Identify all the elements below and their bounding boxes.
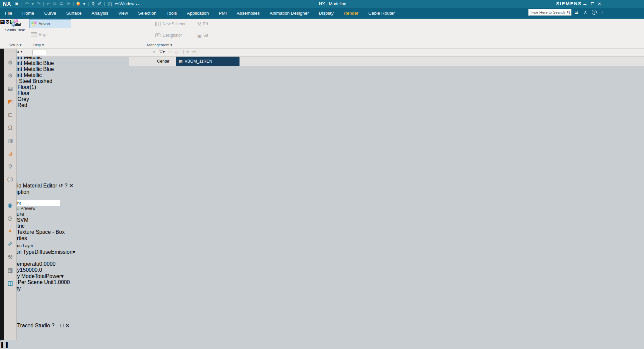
rt-minimize-icon[interactable]: – bbox=[56, 323, 59, 328]
edit-button[interactable]: ⚒ Ed bbox=[196, 19, 210, 28]
rt-close-icon[interactable]: ✕ bbox=[65, 323, 70, 328]
copy-icon[interactable]: ⧉ bbox=[53, 0, 56, 8]
field-value[interactable]: 1.0000 bbox=[54, 279, 70, 285]
tab-pmi[interactable]: PMI bbox=[214, 8, 232, 19]
tab-cable-router[interactable]: Cable Router bbox=[363, 8, 400, 19]
structure-item-base-svm[interactable]: Base - SVM bbox=[0, 217, 644, 223]
rt-help-icon[interactable]: ? bbox=[52, 323, 55, 328]
command-search[interactable]: ⚲ bbox=[528, 9, 571, 16]
hide-object-icon[interactable]: Ø bbox=[0, 145, 644, 151]
repaint-icon[interactable]: ✐ bbox=[98, 0, 101, 8]
studio-task-button[interactable]: Studio Task bbox=[4, 19, 26, 43]
cancel-button[interactable]: Cancel bbox=[0, 304, 644, 310]
redo-icon[interactable]: ↷ bbox=[37, 0, 40, 8]
tab-curve[interactable]: Curve bbox=[39, 8, 61, 19]
notification-bell-icon[interactable]: Ω bbox=[6, 124, 15, 132]
setup-group-label[interactable]: Setup ▾ bbox=[4, 43, 26, 47]
window-menu[interactable]: Window ▾ ▾ bbox=[119, 2, 140, 6]
selection-scope-box[interactable] bbox=[32, 50, 47, 55]
scene-image-icon[interactable]: ▦ bbox=[6, 266, 15, 275]
advanced-studio-button[interactable]: Advan bbox=[29, 19, 71, 28]
tab-active-part[interactable]: VBOM_11REN bbox=[176, 57, 240, 66]
customer-defaults-icon[interactable]: ⚙ bbox=[6, 72, 15, 80]
tab-analysis[interactable]: Analysis bbox=[86, 8, 113, 19]
start-render-button[interactable]: ▶ bbox=[0, 335, 644, 341]
minimize-button[interactable] bbox=[581, 0, 588, 8]
save-scheme-button[interactable]: ▣ Sa bbox=[196, 31, 210, 40]
fixture-icon[interactable]: ⊏ bbox=[6, 111, 15, 119]
close-button[interactable]: ✕ bbox=[596, 0, 603, 8]
replay-icon[interactable]: ◴ bbox=[0, 176, 644, 182]
help-icon[interactable]: ? bbox=[592, 10, 597, 15]
properties-section-header[interactable]: ▾Properties bbox=[0, 235, 644, 241]
display-group-label[interactable]: Disp ▾ bbox=[33, 43, 60, 47]
material-carpet-floor-1-[interactable]: Carpet Floor(1) bbox=[0, 84, 644, 90]
tab-home[interactable]: Home bbox=[17, 8, 39, 19]
paste-icon[interactable]: ▤ bbox=[59, 0, 63, 8]
new-scheme-button[interactable]: New Scheme bbox=[154, 19, 188, 28]
field-value[interactable]: 150000.0 bbox=[20, 267, 42, 273]
view-style-dropdown-icon[interactable]: ▾ bbox=[83, 0, 85, 8]
ray-traced-titlebar[interactable]: ⚙ Ray Traced Studio ? – □ ✕ bbox=[0, 322, 644, 329]
field-dropdown[interactable]: DiffuseEmission▾ bbox=[35, 249, 75, 255]
material-car-paint-metallic-blue[interactable]: Car Paint Metallic Blue bbox=[0, 66, 644, 72]
toolbox-icon[interactable]: ⚒ bbox=[6, 253, 15, 262]
opacity-section-header[interactable]: ▾Opacity bbox=[0, 285, 644, 292]
reset-icon[interactable]: ↺ bbox=[59, 183, 63, 188]
graphics-viewport[interactable]: Z Y X bbox=[0, 115, 644, 133]
material-carpet-floor[interactable]: Carpet Floor bbox=[0, 90, 644, 96]
tab-tools[interactable]: Tools bbox=[161, 8, 182, 19]
save-icon[interactable]: ▣ bbox=[15, 0, 19, 8]
link-icon[interactable]: ⚭ bbox=[152, 49, 156, 54]
tab-display[interactable]: Display bbox=[314, 8, 339, 19]
tab-selection[interactable]: Selection bbox=[133, 8, 162, 19]
info-icon[interactable]: ⓘ bbox=[6, 175, 15, 184]
ray-traced-studio-button[interactable]: Ray T bbox=[29, 30, 71, 39]
select-face-icon[interactable]: ◇ bbox=[175, 49, 178, 54]
edit-object-icon[interactable]: ◧ bbox=[0, 151, 644, 157]
alerts-icon[interactable]: ! bbox=[601, 9, 603, 16]
dialog-help-icon[interactable]: ? bbox=[65, 183, 68, 188]
field-dropdown[interactable]: TotalPower▾ bbox=[35, 273, 64, 279]
sync-icon[interactable]: ⟳ bbox=[67, 0, 70, 8]
material-carpet-grey[interactable]: Carpet Grey bbox=[0, 96, 644, 102]
tab-assemblies[interactable]: Assemblies bbox=[232, 8, 265, 19]
assembly-constraints-icon[interactable]: ◩ bbox=[6, 98, 15, 106]
palette-more-icon[interactable]: ▾ bbox=[0, 108, 644, 115]
tab-render[interactable]: Render bbox=[339, 8, 363, 19]
microphone-icon[interactable]: ⚲ bbox=[91, 0, 95, 8]
material-car-paint-metallic[interactable]: Car Paint Metallic bbox=[0, 72, 644, 78]
dialog-close-icon[interactable]: ✕ bbox=[69, 183, 73, 188]
tab-surface[interactable]: Surface bbox=[61, 8, 87, 19]
designator-button[interactable]: Designator bbox=[154, 31, 184, 40]
minimize-ribbon-icon[interactable]: ∧ bbox=[584, 9, 587, 16]
render-quality-button[interactable]: ▾ bbox=[0, 348, 644, 349]
schedule-icon[interactable]: ◷ bbox=[6, 214, 15, 223]
restore-button[interactable] bbox=[589, 0, 596, 8]
rt-maximize-icon[interactable]: □ bbox=[61, 323, 64, 328]
structure-section-header[interactable]: ▾Structure bbox=[0, 211, 644, 217]
window-cascade-icon[interactable]: ◫ bbox=[108, 0, 112, 8]
parts-icon[interactable]: ▤ bbox=[6, 85, 15, 93]
pause-render-button[interactable]: ❚❚ bbox=[0, 341, 644, 348]
field-value[interactable]: 0.0000 bbox=[39, 261, 56, 267]
tab-file[interactable]: File bbox=[0, 8, 17, 19]
fullscreen-icon[interactable]: ⊡ bbox=[574, 9, 578, 16]
tab-center[interactable]: Center bbox=[154, 57, 173, 66]
render-scene-settings-icon[interactable]: ▦ bbox=[0, 133, 644, 139]
materials-balls-icon[interactable] bbox=[6, 292, 15, 301]
management-group-label[interactable]: Management ▾ bbox=[147, 43, 214, 47]
fit-window-icon[interactable]: ⊡ bbox=[0, 157, 644, 164]
undo-dropdown-icon[interactable]: ▾ bbox=[32, 0, 34, 8]
tab-view[interactable]: View bbox=[113, 8, 133, 19]
tab-application[interactable]: Application bbox=[182, 8, 214, 19]
move-object-icon[interactable]: ✛ bbox=[0, 170, 644, 176]
structure-item-geometric[interactable]: Geometric bbox=[0, 223, 644, 229]
structure-item-global-texture-space-box[interactable]: Global Texture Space - Box bbox=[0, 229, 644, 235]
material-carbon-steel-brushed[interactable]: Carbon Steel Brushed bbox=[0, 78, 644, 84]
material-carpet-red[interactable]: Carpet Red bbox=[0, 102, 644, 108]
render-wand-icon[interactable]: ✐ bbox=[6, 240, 15, 249]
restart-render-button[interactable]: ↻ bbox=[0, 329, 644, 335]
find-object-icon[interactable]: ⚲ bbox=[6, 163, 15, 171]
material-editor-titlebar[interactable]: ⚙ Studio Material Editor ↺ ? ✕ bbox=[0, 182, 644, 189]
